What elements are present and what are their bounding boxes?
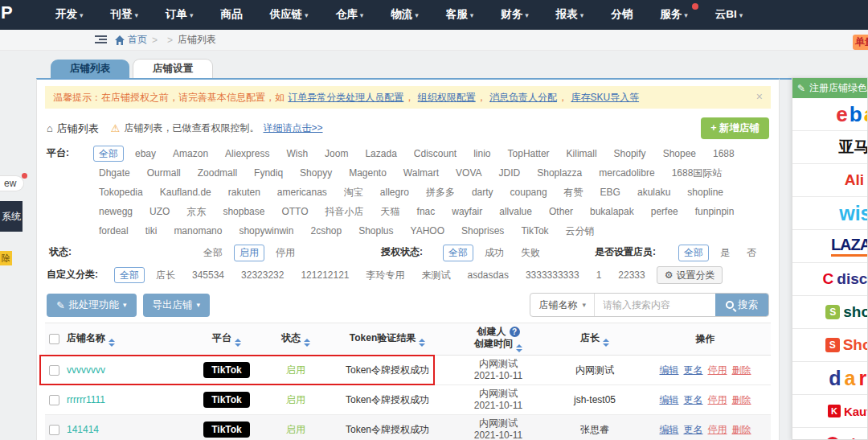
platform-option[interactable]: perfee xyxy=(645,204,684,220)
nav-item-商品[interactable]: 商品 xyxy=(207,0,256,31)
row-checkbox[interactable] xyxy=(49,425,59,435)
action-删除[interactable]: 删除 xyxy=(732,364,751,376)
tab-store-settings[interactable]: 店铺设置 xyxy=(133,59,213,78)
sort-icon[interactable] xyxy=(516,344,522,352)
breadcrumb-home[interactable]: 首页 xyxy=(128,33,147,47)
category-option[interactable]: 3333333333 xyxy=(520,267,585,283)
platform-option[interactable]: allvalue xyxy=(493,204,538,220)
register-platform-cdiscount[interactable]: Cdiscount xyxy=(792,263,867,296)
platform-option[interactable]: americanas xyxy=(272,184,333,200)
search-button[interactable]: 搜索 xyxy=(715,294,768,316)
action-停用[interactable]: 停用 xyxy=(708,424,727,435)
platform-option[interactable]: darty xyxy=(466,184,499,200)
platform-option[interactable]: Wish xyxy=(280,146,313,162)
platform-option[interactable]: 1688国际站 xyxy=(666,165,728,181)
platform-option[interactable]: linio xyxy=(468,146,496,162)
platform-option[interactable]: TopHatter xyxy=(502,146,555,162)
action-更名[interactable]: 更名 xyxy=(684,424,703,435)
platform-option[interactable]: shopbase xyxy=(217,204,270,220)
col-status[interactable]: 状态 xyxy=(264,331,328,347)
select-all-checkbox[interactable] xyxy=(49,334,59,344)
platform-option[interactable]: mercadolibre xyxy=(593,165,660,181)
platform-option[interactable]: allegro xyxy=(375,184,415,200)
platform-option[interactable]: 京东 xyxy=(181,204,211,220)
platform-option[interactable]: Shopee xyxy=(657,146,702,162)
platform-option[interactable]: Ourmall xyxy=(141,165,186,181)
nav-item-报表[interactable]: 报表▾ xyxy=(542,0,598,31)
nav-item-开发[interactable]: 开发▾ xyxy=(42,0,97,31)
tip-link[interactable]: 库存SKU导入等 xyxy=(571,92,639,103)
platform-option[interactable]: Shopyy xyxy=(294,165,338,181)
status-option[interactable]: 启用 xyxy=(234,245,264,261)
category-option[interactable]: 345534 xyxy=(186,267,230,283)
register-platform-amazon[interactable]: 亚马逊 xyxy=(792,131,867,164)
platform-option[interactable]: coupang xyxy=(505,184,553,200)
register-platform-daraz[interactable]: daraz xyxy=(792,362,867,395)
action-编辑[interactable]: 编辑 xyxy=(660,394,679,405)
register-platform-lazada[interactable]: LAZADA xyxy=(792,230,867,263)
clerk-option[interactable]: 否 xyxy=(741,245,762,261)
row-checkbox[interactable] xyxy=(49,395,59,405)
nav-item-物流[interactable]: 物流▾ xyxy=(377,0,432,31)
search-field-select[interactable]: 店铺名称 ▾ xyxy=(530,294,595,316)
category-option[interactable]: 店长 xyxy=(150,267,181,283)
register-platform-wish[interactable]: wish xyxy=(792,197,867,230)
register-platform-ebay[interactable]: ebay xyxy=(792,98,867,131)
action-删除[interactable]: 删除 xyxy=(732,394,751,405)
store-name-link[interactable]: 141414 xyxy=(67,424,99,435)
platform-option[interactable]: bukalapak xyxy=(584,204,640,220)
platform-option[interactable]: VOVA xyxy=(450,165,487,181)
register-platform-aliexpress[interactable]: Ali xyxy=(792,164,867,197)
register-platform-kaufland[interactable]: KKaufland xyxy=(792,395,867,428)
col-store-name[interactable]: 店铺名称 xyxy=(67,331,115,347)
platform-option[interactable]: shopywinwin xyxy=(233,223,299,239)
platform-option[interactable]: Amazon xyxy=(167,146,214,162)
platform-option[interactable]: Kaufland.de xyxy=(154,184,217,200)
platform-option[interactable]: fordeal xyxy=(93,223,134,239)
store-name-link[interactable]: rrrrrr1111 xyxy=(67,394,105,405)
platform-option[interactable]: Joom xyxy=(319,146,354,162)
platform-option[interactable]: Tokopedia xyxy=(93,184,149,200)
clerk-option[interactable]: 是 xyxy=(714,245,735,261)
status-option[interactable]: 全部 xyxy=(198,245,228,261)
platform-option[interactable]: 云分销 xyxy=(560,223,600,239)
platform-option[interactable]: 拼多多 xyxy=(420,184,461,200)
col-creator-created[interactable]: 创建人? 创建时间 xyxy=(447,326,550,352)
platform-option[interactable]: Kilimall xyxy=(561,146,603,162)
collapse-menu-icon[interactable] xyxy=(95,35,107,44)
action-停用[interactable]: 停用 xyxy=(708,364,727,376)
action-更名[interactable]: 更名 xyxy=(684,364,703,376)
platform-option[interactable]: Shoprises xyxy=(456,223,510,239)
store-name-link[interactable]: vvvvvvvv xyxy=(67,364,105,376)
nav-item-财务[interactable]: 财务▾ xyxy=(487,0,542,31)
auth-option[interactable]: 成功 xyxy=(479,245,510,261)
sort-icon[interactable] xyxy=(108,339,115,347)
nav-item-服务[interactable]: 服务▾ xyxy=(646,0,702,31)
platform-option[interactable]: rakuten xyxy=(223,184,266,200)
status-option[interactable]: 停用 xyxy=(270,245,301,261)
platform-option[interactable]: shopline xyxy=(682,184,729,200)
help-icon[interactable]: ? xyxy=(510,327,520,337)
detail-link[interactable]: 详细请点击>> xyxy=(264,121,323,135)
platform-option[interactable]: Lazada xyxy=(359,146,402,162)
nav-item-分销[interactable]: 分销 xyxy=(597,0,646,31)
platform-option[interactable]: TikTok xyxy=(515,223,554,239)
action-更名[interactable]: 更名 xyxy=(684,394,703,405)
platform-option[interactable]: 抖音小店 xyxy=(320,204,370,220)
platform-option[interactable]: Aliexpress xyxy=(219,146,275,162)
platform-option[interactable]: manomano xyxy=(168,223,227,239)
platform-option[interactable]: Walmart xyxy=(398,165,444,181)
nav-item-云BI[interactable]: 云BI▾ xyxy=(702,0,757,31)
add-store-button[interactable]: + 新增店铺 xyxy=(701,117,769,139)
action-编辑[interactable]: 编辑 xyxy=(660,424,679,435)
platform-option[interactable]: funpinpin xyxy=(690,204,740,220)
platform-option[interactable]: OTTO xyxy=(276,204,313,220)
platform-option[interactable]: akulaku xyxy=(632,184,676,200)
platform-option[interactable]: Magento xyxy=(343,165,392,181)
tip-link[interactable]: 消息负责人分配 xyxy=(489,92,557,103)
platform-option[interactable]: 全部 xyxy=(93,146,124,162)
platform-option[interactable]: Fyndiq xyxy=(248,165,289,181)
nav-item-订单[interactable]: 订单▾ xyxy=(152,0,207,31)
action-停用[interactable]: 停用 xyxy=(708,394,727,405)
platform-option[interactable]: EBG xyxy=(595,184,626,200)
